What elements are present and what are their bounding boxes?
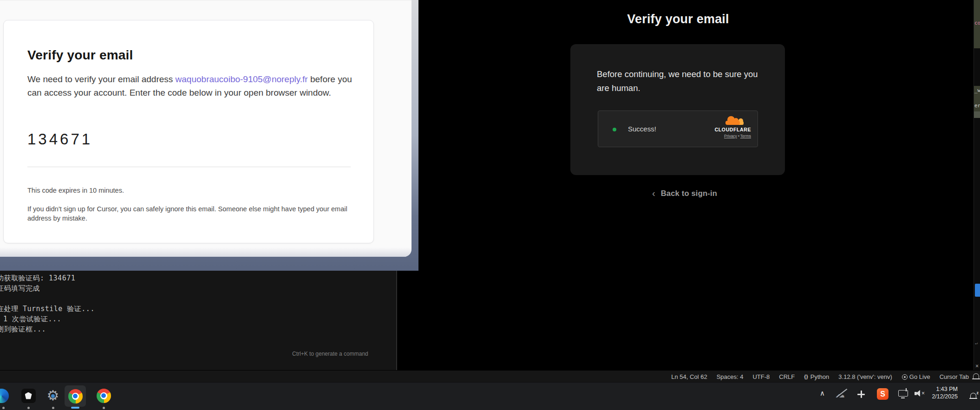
verify-card: Before continuing, we need to be sure yo… — [570, 44, 785, 175]
code-fragment: co — [974, 20, 980, 26]
clock-time: 1:43 PM — [932, 386, 958, 393]
verify-email-page: Verify your email Before continuing, we … — [418, 0, 974, 370]
chrome-browser-icon-secondary[interactable] — [96, 388, 111, 403]
return-icon: ↵ — [975, 340, 978, 345]
terminal-line: 在处理 Turnstile 验证... — [0, 304, 396, 314]
email-title: Verify your email — [27, 46, 133, 64]
success-dot-icon — [613, 128, 616, 131]
terminal-ctrl-k-hint: Ctrl+K to generate a command — [292, 351, 368, 357]
language-label: Python — [810, 373, 829, 380]
encoding-status[interactable]: UTF-8 — [752, 373, 770, 380]
chrome-logo-icon — [97, 389, 111, 403]
go-live-label: Go Live — [909, 373, 930, 380]
taskbar-clock[interactable]: 1:43 PM 2/12/2025 — [932, 386, 958, 400]
terms-link[interactable]: Terms — [740, 134, 751, 138]
status-bar-right-items: Ln 54, Col 62 Spaces: 4 UTF-8 CRLF {} Py… — [671, 371, 969, 383]
active-indicator-pill — [71, 407, 79, 409]
turnstile-legal-links: Privacy•Terms — [706, 134, 751, 138]
human-check-prompt: Before continuing, we need to be sure yo… — [597, 67, 769, 95]
unity-hub-icon[interactable] — [20, 388, 36, 403]
terminal-panel[interactable]: 功获取验证码: 134671 证码填写完成 在处理 Turnstile 验证..… — [0, 271, 397, 370]
email-viewer-content: Verify your email We need to verify your… — [0, 0, 412, 257]
cloud-main-lobe — [725, 121, 740, 125]
snip-pin-icon[interactable] — [857, 390, 865, 398]
legal-separator: • — [738, 134, 739, 138]
verification-code: 134671 — [27, 130, 92, 149]
turnstile-status: Success! — [628, 125, 656, 133]
running-indicator-dot — [52, 407, 54, 409]
code-expiry-note: This code expires in 10 minutes. — [27, 186, 124, 195]
broadcast-icon — [902, 374, 907, 379]
terminal-line: 测到验证框... — [0, 324, 396, 334]
python-interpreter-status[interactable]: 3.12.8 ('venv': venv) — [838, 373, 892, 380]
desktop-screen: Verify your email We need to verify your… — [0, 0, 980, 410]
do-not-disturb-bell-icon[interactable]: z — [970, 393, 976, 398]
email-body-before: We need to verify your email address — [27, 74, 176, 84]
terminal-line: 证码填写完成 — [0, 283, 396, 293]
go-live-status[interactable]: Go Live — [902, 373, 930, 380]
editor-selection-block — [974, 111, 980, 118]
ignore-note: If you didn't sign up for Cursor, you ca… — [27, 204, 355, 223]
email-address-link[interactable]: waquobraucoibo-9105@noreply.fr — [176, 74, 308, 84]
email-message-card: Verify your email We need to verify your… — [3, 20, 374, 243]
editor-window-sliver: co _w er ↵ × — [973, 0, 980, 370]
clock-date: 2/12/2025 — [932, 393, 958, 401]
scrollbar-thumb[interactable] — [975, 284, 980, 297]
privacy-link[interactable]: Privacy — [724, 134, 737, 138]
chrome-logo-icon — [68, 389, 83, 403]
settings-gear-icon[interactable]: ⚙ — [45, 388, 61, 403]
editor-status-bar: Ln 54, Col 62 Spaces: 4 UTF-8 CRLF {} Py… — [0, 370, 980, 382]
running-indicator-dot — [103, 407, 105, 409]
volume-muted-icon[interactable]: × — [915, 390, 927, 397]
onedrive-paused-icon[interactable]: ☁ — [835, 387, 849, 401]
cloudflare-turnstile-widget: Success! CLOUDFLARE Privacy•Terms — [598, 111, 758, 147]
code-fragment: er — [974, 103, 980, 109]
cloudflare-brand-block: CLOUDFLARE Privacy•Terms — [706, 115, 751, 138]
display-cast-icon[interactable] — [898, 390, 908, 397]
code-fragment: _w — [974, 87, 980, 93]
cloudflare-wordmark: CLOUDFLARE — [706, 127, 751, 132]
windows-taskbar: ⚙ ∧ ☁ S × 1:43 PM 2/12/2025 z — [0, 382, 980, 410]
divider — [27, 167, 351, 167]
cloudflare-cloud-icon — [725, 115, 745, 126]
terminal-line — [0, 293, 396, 304]
eol-status[interactable]: CRLF — [779, 373, 795, 380]
email-viewer-window: Verify your email We need to verify your… — [0, 0, 418, 271]
notifications-bell-icon[interactable] — [973, 373, 979, 378]
tray-chevron-up-icon[interactable]: ∧ — [820, 389, 825, 397]
terminal-output: 功获取验证码: 134671 证码填写完成 在处理 Turnstile 验证..… — [0, 273, 396, 334]
back-to-sign-in-link[interactable]: ‹ Back to sign-in — [652, 189, 717, 198]
chrome-browser-icon-active[interactable] — [65, 385, 86, 407]
running-indicator-dot — [27, 407, 30, 409]
edge-browser-icon[interactable] — [0, 389, 9, 403]
close-icon[interactable]: × — [975, 363, 979, 369]
page-title: Verify your email — [627, 12, 729, 26]
indentation-status[interactable]: Spaces: 4 — [717, 373, 744, 380]
cursor-position-status[interactable]: Ln 54, Col 62 — [671, 373, 707, 380]
snipaste-icon[interactable]: S — [877, 388, 889, 400]
language-mode-status[interactable]: {} Python — [804, 373, 829, 380]
chevron-left-icon: ‹ — [652, 189, 655, 198]
terminal-line: 1 次尝试验证... — [3, 314, 396, 324]
back-link-label: Back to sign-in — [661, 189, 717, 198]
terminal-line: 功获取验证码: 134671 — [0, 273, 396, 283]
email-body-text: We need to verify your email address waq… — [27, 72, 353, 99]
braces-icon: {} — [804, 374, 808, 379]
cursor-tab-status[interactable]: Cursor Tab — [940, 373, 969, 380]
running-indicator-dot — [2, 407, 5, 409]
